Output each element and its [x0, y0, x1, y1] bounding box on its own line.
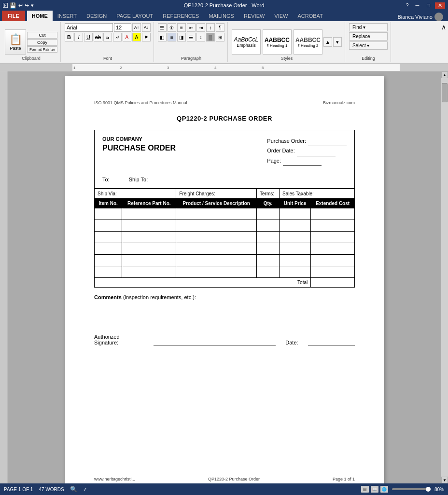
show-formatting-button[interactable]: ¶ [216, 23, 224, 32]
copy-button[interactable]: Copy [27, 39, 57, 46]
cell-desc1 [176, 208, 257, 220]
sort-button[interactable]: ↕ [206, 23, 215, 32]
superscript-button[interactable]: x² [113, 33, 122, 41]
style-heading1[interactable]: AABBCC ¶ Heading 1 [263, 29, 292, 55]
select-button[interactable]: Select ▾ [349, 41, 388, 50]
undo-icon[interactable]: ↩ [18, 2, 23, 9]
sales-taxable-cell: Sales Taxable: [279, 189, 354, 199]
tab-page-layout[interactable]: PAGE LAYOUT [112, 11, 158, 21]
style-heading1-label: ¶ Heading 1 [266, 43, 287, 48]
cell-ref5 [122, 255, 176, 266]
shading-button[interactable]: ▒ [206, 33, 215, 41]
cell-item1 [95, 208, 122, 220]
multilevel-button[interactable]: ≡ [177, 23, 186, 32]
tab-mailings[interactable]: MAILINGS [204, 11, 239, 21]
footer-right: Page 1 of 1 [333, 477, 355, 481]
table-row [95, 243, 355, 255]
justify-button[interactable]: ☰ [187, 33, 196, 41]
align-right-button[interactable]: ◨ [177, 33, 186, 41]
page-area[interactable]: ISO 9001 QMS Policies and Procedures Man… [8, 71, 441, 483]
font-name-input[interactable] [65, 23, 113, 32]
bullets-button[interactable]: ☰ [158, 23, 167, 32]
date-label-sig: Date: [285, 340, 298, 345]
print-layout-icon[interactable]: ▤ [361, 486, 369, 493]
para-row-2: ◧ ≡ ◨ ☰ ↕ ▒ ⊞ [158, 33, 224, 41]
save-icon[interactable]: 💾 [10, 2, 16, 9]
page-line: Page: [267, 156, 347, 166]
text-color-button[interactable]: A [123, 33, 131, 41]
increase-indent-button[interactable]: ⇥ [196, 23, 205, 32]
styles-dropdown[interactable]: ▾ [333, 37, 342, 47]
tab-review[interactable]: REVIEW [239, 11, 269, 21]
style-heading2[interactable]: AABBCC ¶ Heading 2 [294, 29, 322, 55]
decrease-indent-button[interactable]: ⇤ [187, 23, 196, 32]
po-table: Ship Via: Freight Charges: Terms: Sales … [94, 189, 355, 288]
shrink-font-button[interactable]: A↓ [142, 23, 151, 32]
numbering-button[interactable]: ① [168, 23, 176, 32]
align-left-button[interactable]: ◧ [158, 33, 167, 41]
font-size-input[interactable] [114, 23, 131, 32]
format-painter-button[interactable]: Format Painter [27, 46, 57, 53]
paste-button[interactable]: 📋 Paste [5, 29, 26, 55]
maximize-button[interactable]: □ [424, 2, 433, 8]
tab-insert[interactable]: INSERT [53, 11, 82, 21]
minimize-button[interactable]: ─ [413, 2, 422, 8]
tab-references[interactable]: REFERENCES [158, 11, 204, 21]
tab-home[interactable]: HOME [27, 11, 53, 21]
bold-button[interactable]: B [65, 33, 73, 41]
align-center-button[interactable]: ≡ [168, 33, 176, 41]
cell-item6 [95, 266, 122, 278]
style-emphasis[interactable]: AaBbCcL Emphasis [232, 29, 261, 55]
close-button[interactable]: ✕ [435, 2, 445, 9]
page-footer: www.heritagechristi... QP1220-2 Purchase… [94, 477, 355, 481]
cut-button[interactable]: Cut [27, 32, 57, 39]
tab-file[interactable]: FILE [2, 11, 25, 21]
col-qty: Qty. [257, 199, 280, 208]
ship-via-cell: Ship Via: [95, 189, 176, 199]
cell-qty3 [257, 232, 280, 243]
clear-format-button[interactable]: ✖ [142, 33, 151, 41]
scroll-down-button[interactable]: ▼ [441, 477, 448, 483]
cell-price6 [279, 266, 310, 278]
scrollbar-track[interactable] [441, 78, 448, 477]
strikethrough-button[interactable]: ab [94, 33, 102, 41]
borders-button[interactable]: ⊞ [216, 33, 224, 41]
scrollbar-thumb[interactable] [442, 83, 448, 102]
ribbon-collapse-button[interactable]: ∧ [441, 23, 446, 31]
help-button[interactable]: ? [404, 2, 410, 8]
left-ruler [0, 71, 8, 483]
grow-font-button[interactable]: A↑ [132, 23, 141, 32]
cell-ref6 [122, 266, 176, 278]
status-bar: PAGE 1 OF 1 47 WORDS 🔍 ✓ ▤ 📖 🌐 80% [0, 483, 448, 495]
cell-item3 [95, 232, 122, 243]
comments-section: Comments (inspection requirements, etc.)… [94, 294, 355, 300]
styles-scroll-up[interactable]: ▲ [323, 37, 332, 47]
dropdown-icon[interactable]: ▾ [31, 2, 34, 9]
tab-design[interactable]: DESIGN [82, 11, 112, 21]
table-header-row: Item No. Reference Part No. Product / Se… [95, 199, 355, 208]
ship-row: Ship Via: Freight Charges: Terms: Sales … [95, 189, 355, 199]
vertical-scrollbar[interactable]: ▲ ▼ [441, 71, 448, 483]
subscript-button[interactable]: x₂ [103, 33, 112, 41]
replace-button[interactable]: Replace [349, 32, 388, 41]
web-layout-icon[interactable]: 🌐 [380, 486, 388, 493]
find-button[interactable]: Find ▾ [349, 23, 388, 31]
styles-group: AaBbCcL Emphasis AABBCC ¶ Heading 1 AABB… [229, 22, 345, 62]
tab-acrobat[interactable]: ACROBAT [293, 11, 327, 21]
zoom-slider[interactable] [392, 488, 431, 490]
italic-button[interactable]: I [74, 33, 83, 41]
redo-icon[interactable]: ↪ [25, 2, 29, 9]
title-bar-left: 🅆 💾 ↩ ↪ ▾ [3, 2, 34, 9]
tab-view[interactable]: VIEW [269, 11, 293, 21]
underline-button[interactable]: U [84, 33, 93, 41]
scroll-up-button[interactable]: ▲ [441, 71, 448, 78]
highlight-button[interactable]: A [132, 33, 141, 41]
zoom-thumb[interactable] [426, 487, 431, 492]
cell-desc4 [176, 243, 257, 255]
line-spacing-button[interactable]: ↕ [196, 33, 205, 41]
lang-icon[interactable]: 🔍 [70, 486, 77, 493]
read-mode-icon[interactable]: 📖 [371, 486, 378, 493]
total-value [311, 278, 355, 288]
po-box: Purchase Order: Order Date: Page: OUR CO… [94, 130, 355, 189]
col-ref-part: Reference Part No. [122, 199, 176, 208]
